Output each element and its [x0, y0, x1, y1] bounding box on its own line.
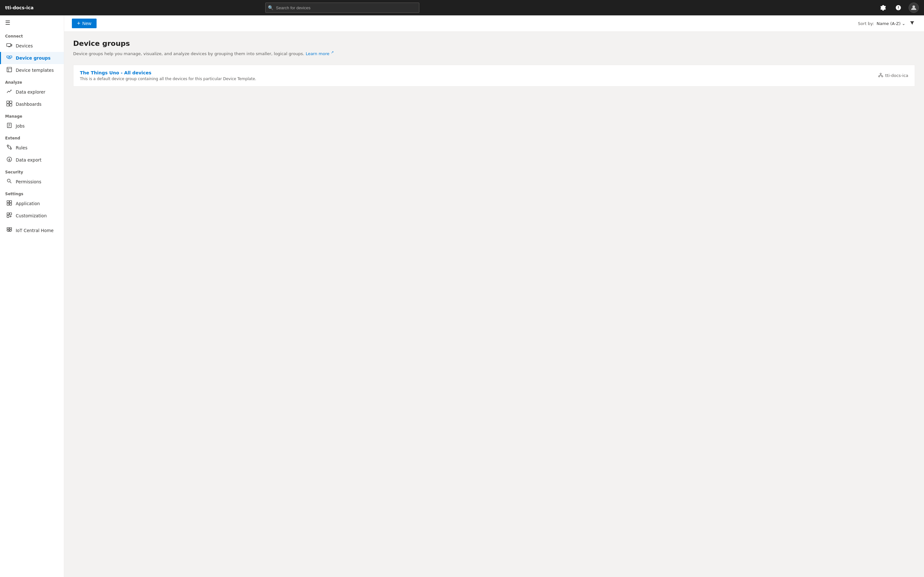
section-settings: Settings: [0, 188, 64, 197]
search-input[interactable]: [265, 3, 419, 13]
sidebar-item-permissions-label: Permissions: [16, 179, 41, 184]
svg-point-43: [882, 76, 883, 77]
sidebar-item-data-explorer[interactable]: Data explorer: [0, 86, 64, 98]
page-description-text: Device groups help you manage, visualize…: [73, 51, 304, 56]
sidebar-item-dashboards-label: Dashboards: [16, 102, 41, 107]
help-button[interactable]: [893, 3, 903, 13]
svg-point-41: [880, 73, 881, 74]
sidebar-item-data-export[interactable]: Data export: [0, 154, 64, 166]
section-security: Security: [0, 166, 64, 176]
plus-icon: +: [77, 21, 81, 26]
app-brand: tti-docs-ica: [5, 5, 34, 10]
sidebar-item-device-groups[interactable]: Device groups: [0, 52, 64, 64]
sidebar-item-customization-label: Customization: [16, 213, 47, 218]
svg-line-26: [10, 182, 11, 183]
rules-icon: [6, 144, 13, 151]
data-export-icon: [6, 156, 13, 163]
sort-filter-area: Sort by: Name (A-Z) ⌄: [858, 19, 916, 28]
dashboards-icon: [6, 101, 13, 108]
device-group-card-title: The Things Uno - All devices: [80, 70, 256, 75]
svg-point-42: [879, 76, 880, 77]
sort-value-text: Name (A-Z): [877, 21, 901, 26]
device-group-card-desc: This is a default device group containin…: [80, 77, 256, 81]
learn-more-link[interactable]: Learn more ↗: [306, 51, 334, 56]
sidebar-item-iot-central-home-label: IoT Central Home: [16, 228, 53, 233]
section-connect: Connect: [0, 30, 64, 40]
svg-rect-38: [7, 229, 9, 231]
learn-more-label: Learn more: [306, 51, 330, 56]
main-layout: ☰ Connect Devices Device groups Device t…: [0, 15, 924, 577]
svg-rect-14: [7, 101, 9, 103]
svg-rect-27: [7, 201, 9, 203]
application-icon: [6, 200, 13, 207]
toolbar: + New Sort by: Name (A-Z) ⌄: [64, 15, 924, 32]
org-icon: [878, 73, 883, 79]
device-group-card-left: The Things Uno - All devices This is a d…: [80, 70, 256, 81]
sort-value[interactable]: Name (A-Z) ⌄: [877, 21, 905, 26]
sidebar-item-data-explorer-label: Data explorer: [16, 89, 45, 95]
device-group-card-right: tti-docs-ica: [878, 73, 908, 79]
device-group-card[interactable]: The Things Uno - All devices This is a d…: [73, 65, 915, 87]
sidebar-item-rules[interactable]: Rules: [0, 142, 64, 154]
topbar-actions: [878, 3, 919, 13]
search-container: 🔍: [265, 3, 419, 13]
customization-icon: [6, 212, 13, 219]
sidebar-item-jobs-label: Jobs: [16, 123, 25, 129]
sidebar-item-customization[interactable]: Customization: [0, 210, 64, 222]
sidebar-toggle[interactable]: ☰: [0, 15, 64, 30]
external-link-icon: ↗: [331, 50, 334, 55]
svg-rect-1: [7, 44, 11, 47]
sidebar-item-jobs[interactable]: Jobs: [0, 120, 64, 132]
svg-rect-15: [10, 101, 12, 103]
svg-rect-6: [10, 56, 12, 58]
sidebar-item-application[interactable]: Application: [0, 197, 64, 210]
iot-central-home-icon: [6, 227, 13, 234]
svg-rect-11: [7, 67, 11, 72]
avatar-icon: [911, 5, 917, 11]
page-description: Device groups help you manage, visualize…: [73, 50, 915, 57]
filter-button[interactable]: [908, 19, 916, 28]
svg-rect-33: [7, 215, 9, 218]
svg-rect-29: [7, 203, 9, 205]
topbar: tti-docs-ica 🔍: [0, 0, 924, 15]
permissions-icon: [6, 178, 13, 185]
device-templates-icon: [6, 67, 13, 74]
svg-rect-4: [11, 44, 12, 46]
chevron-down-icon: ⌄: [902, 21, 905, 26]
sidebar: ☰ Connect Devices Device groups Device t…: [0, 15, 64, 577]
sidebar-item-dashboards[interactable]: Dashboards: [0, 98, 64, 110]
help-icon: [895, 5, 901, 11]
content-area: + New Sort by: Name (A-Z) ⌄ Device group…: [64, 15, 924, 577]
page-content: Device groups Device groups help you man…: [64, 32, 924, 577]
section-analyze: Analyze: [0, 76, 64, 86]
svg-rect-36: [7, 227, 9, 229]
svg-rect-2: [9, 46, 10, 47]
sidebar-item-iot-central-home[interactable]: IoT Central Home: [0, 224, 64, 237]
avatar[interactable]: [909, 3, 919, 13]
svg-point-22: [7, 145, 9, 147]
svg-rect-30: [10, 203, 11, 205]
svg-line-46: [881, 75, 882, 76]
sidebar-item-device-templates-label: Device templates: [16, 68, 53, 73]
sidebar-item-device-templates[interactable]: Device templates: [0, 64, 64, 76]
settings-button[interactable]: [878, 3, 888, 13]
data-explorer-icon: [6, 89, 13, 95]
new-button[interactable]: + New: [72, 19, 97, 28]
svg-line-45: [879, 75, 881, 76]
section-extend: Extend: [0, 132, 64, 142]
new-button-label: New: [82, 21, 91, 26]
sort-label: Sort by:: [858, 21, 874, 26]
svg-rect-17: [10, 104, 12, 106]
svg-rect-39: [10, 229, 11, 231]
svg-rect-5: [7, 56, 9, 58]
sidebar-item-application-label: Application: [16, 201, 40, 206]
devices-icon: [6, 42, 13, 49]
filter-icon: [909, 20, 915, 26]
svg-point-23: [10, 148, 11, 149]
sidebar-item-devices[interactable]: Devices: [0, 40, 64, 52]
sidebar-item-permissions[interactable]: Permissions: [0, 176, 64, 188]
svg-rect-16: [7, 104, 9, 106]
search-icon: 🔍: [268, 5, 273, 10]
sidebar-item-rules-label: Rules: [16, 145, 27, 150]
svg-rect-37: [10, 227, 11, 229]
